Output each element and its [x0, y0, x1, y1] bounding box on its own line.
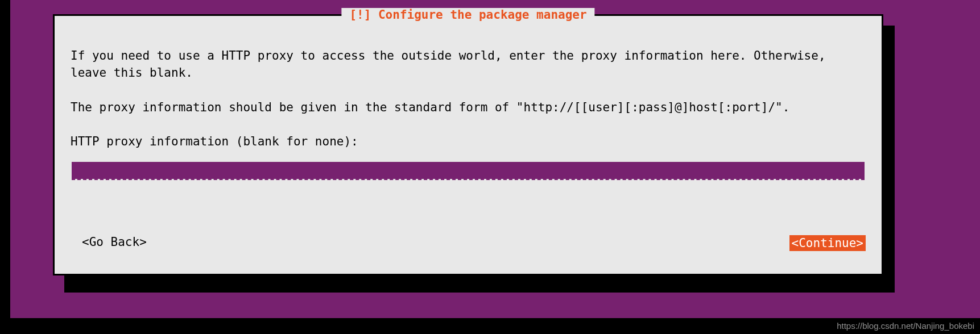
- input-underline: [72, 179, 865, 180]
- go-back-button[interactable]: <Go Back>: [82, 235, 147, 249]
- instruction-text-1: If you need to use a HTTP proxy to acces…: [71, 47, 866, 82]
- continue-button[interactable]: <Continue>: [789, 235, 866, 251]
- proxy-prompt-label: HTTP proxy information (blank for none):: [71, 133, 866, 150]
- proxy-input-row: [71, 162, 866, 183]
- button-row: <Go Back> <Continue>: [71, 235, 866, 252]
- installer-screen: [!] Configure the package manager If you…: [10, 0, 980, 318]
- package-manager-dialog: [!] Configure the package manager If you…: [53, 14, 883, 275]
- proxy-input[interactable]: [72, 162, 865, 179]
- watermark-text: https://blog.csdn.net/Nanjing_bokebi: [837, 321, 974, 331]
- dialog-content: If you need to use a HTTP proxy to acces…: [55, 16, 882, 274]
- instruction-text-2: The proxy information should be given in…: [71, 99, 866, 116]
